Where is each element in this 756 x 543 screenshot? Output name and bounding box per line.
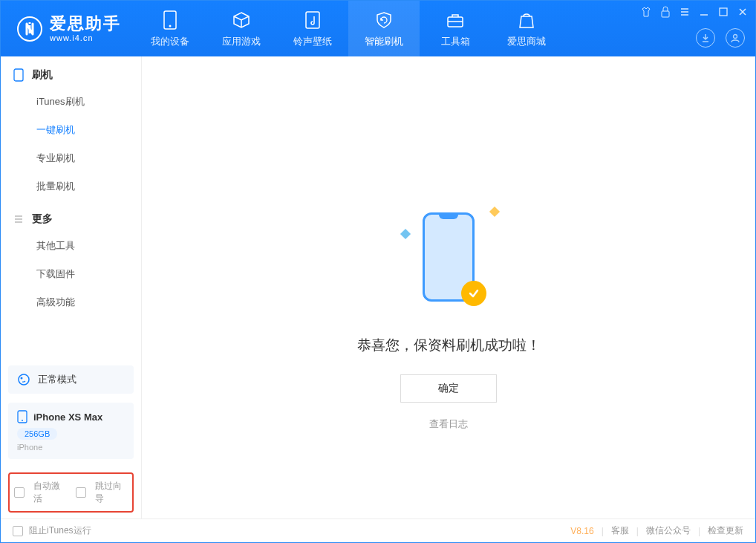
sidebar-section-flash: 刷机: [1, 56, 141, 88]
svg-point-3: [169, 25, 172, 27]
nav-tabs: 我的设备 应用游戏 铃声壁纸 智能刷机 工具箱 爱思商城: [134, 1, 562, 56]
maximize-button[interactable]: [717, 5, 730, 19]
device-type: iPhone: [17, 443, 125, 452]
spark-icon: [489, 207, 500, 217]
tab-label: 我的设备: [151, 35, 189, 48]
device-name: iPhone XS Max: [33, 412, 102, 423]
logo: i 爱思助手 www.i4.cn: [1, 16, 134, 42]
header: i 爱思助手 www.i4.cn 我的设备 应用游戏 铃声壁纸 智能刷机: [1, 1, 755, 56]
device-storage-badge: 256GB: [17, 428, 57, 440]
ok-button[interactable]: 确定: [400, 374, 497, 403]
tab-apps-games[interactable]: 应用游戏: [206, 1, 277, 56]
phone-icon: [160, 10, 180, 30]
tab-label: 工具箱: [441, 35, 470, 48]
minimize-button[interactable]: [697, 5, 711, 19]
block-itunes-checkbox[interactable]: [13, 526, 23, 536]
sidebar-item-batch-flash[interactable]: 批量刷机: [1, 172, 141, 201]
tab-label: 爱思商城: [507, 35, 546, 48]
wechat-link[interactable]: 微信公众号: [646, 524, 691, 537]
device-icon: [13, 69, 25, 81]
app-window: i 爱思助手 www.i4.cn 我的设备 应用游戏 铃声壁纸 智能刷机: [0, 0, 756, 543]
tab-store[interactable]: 爱思商城: [491, 1, 562, 56]
music-icon: [302, 10, 323, 30]
tab-label: 应用游戏: [222, 35, 261, 48]
bag-icon: [516, 10, 537, 30]
tab-my-device[interactable]: 我的设备: [134, 1, 206, 56]
sidebar: 刷机 iTunes刷机 一键刷机 专业刷机 批量刷机 更多 其他工具 下载固件 …: [1, 56, 142, 518]
svg-point-8: [734, 35, 737, 39]
lock-icon[interactable]: [659, 5, 672, 19]
svg-rect-9: [14, 69, 23, 81]
list-icon: [13, 213, 25, 225]
download-button[interactable]: [696, 28, 715, 48]
section-title: 刷机: [32, 68, 53, 82]
device-card[interactable]: iPhone XS Max 256GB iPhone: [8, 403, 134, 459]
sidebar-item-one-click-flash[interactable]: 一键刷机: [1, 116, 141, 144]
phone-notch: [439, 215, 458, 219]
svg-text:i: i: [27, 20, 32, 36]
bottom-options-highlighted: 自动激活 跳过向导: [8, 472, 134, 513]
main-content: 恭喜您，保资料刷机成功啦！ 确定 查看日志: [142, 56, 755, 518]
view-log-link[interactable]: 查看日志: [429, 417, 468, 431]
auto-activate-checkbox[interactable]: [14, 487, 25, 498]
shield-refresh-icon: [374, 10, 394, 30]
svg-point-13: [22, 420, 23, 421]
tab-label: 铃声壁纸: [293, 35, 332, 48]
tab-toolbox[interactable]: 工具箱: [420, 1, 491, 56]
mode-icon: [17, 373, 30, 386]
body: 刷机 iTunes刷机 一键刷机 专业刷机 批量刷机 更多 其他工具 下载固件 …: [1, 56, 755, 518]
svg-point-10: [19, 374, 29, 385]
mode-card[interactable]: 正常模式: [8, 365, 134, 394]
header-actions: [696, 28, 745, 48]
app-logo-icon: i: [17, 16, 42, 42]
support-link[interactable]: 客服: [611, 524, 629, 537]
shirt-icon[interactable]: [639, 5, 653, 19]
tab-label: 智能刷机: [365, 35, 403, 48]
mode-label: 正常模式: [38, 373, 76, 386]
toolbox-icon: [445, 10, 466, 30]
cube-icon: [231, 10, 252, 30]
svg-point-11: [21, 377, 23, 380]
section-title: 更多: [32, 212, 53, 226]
sidebar-section-more: 更多: [1, 201, 141, 232]
auto-activate-label: 自动激活: [33, 480, 67, 505]
sidebar-item-advanced[interactable]: 高级功能: [1, 288, 141, 316]
svg-rect-6: [662, 11, 669, 17]
close-button[interactable]: [736, 5, 749, 19]
skip-guide-checkbox[interactable]: [76, 487, 86, 498]
tab-smart-flash[interactable]: 智能刷机: [348, 1, 420, 56]
device-phone-icon: [17, 410, 27, 423]
success-illustration: [415, 205, 482, 309]
block-itunes-label: 阻止iTunes运行: [29, 524, 91, 537]
footer: 阻止iTunes运行 V8.16 | 客服 | 微信公众号 | 检查更新: [1, 518, 755, 542]
user-button[interactable]: [726, 28, 745, 48]
tab-ringtones-wallpapers[interactable]: 铃声壁纸: [277, 1, 348, 56]
sidebar-item-itunes-flash[interactable]: iTunes刷机: [1, 88, 141, 116]
version-label: V8.16: [570, 526, 593, 536]
window-controls: [639, 5, 749, 19]
app-url: www.i4.cn: [50, 33, 121, 42]
skip-guide-label: 跳过向导: [95, 480, 128, 505]
app-name: 爱思助手: [50, 16, 121, 32]
spark-icon: [400, 229, 411, 239]
success-message: 恭喜您，保资料刷机成功啦！: [357, 336, 541, 355]
check-update-link[interactable]: 检查更新: [708, 524, 743, 537]
svg-rect-7: [720, 8, 727, 16]
sidebar-item-other-tools[interactable]: 其他工具: [1, 232, 141, 260]
sidebar-item-pro-flash[interactable]: 专业刷机: [1, 144, 141, 172]
sidebar-item-download-firmware[interactable]: 下载固件: [1, 260, 141, 288]
menu-icon[interactable]: [678, 5, 691, 19]
check-badge-icon: [461, 281, 486, 306]
svg-rect-4: [306, 12, 319, 28]
